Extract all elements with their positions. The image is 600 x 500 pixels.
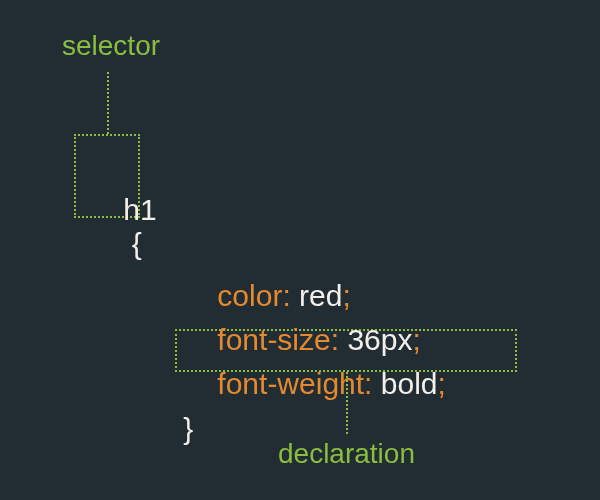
selector-label: selector (62, 30, 160, 62)
code-line-selector: h1 { (90, 159, 157, 295)
open-brace: { (132, 227, 142, 260)
close-brace: } (150, 378, 193, 480)
selector-token: h1 (123, 193, 156, 226)
selector-connector (107, 72, 109, 134)
code-decl-3: font-weight: bold; (184, 333, 446, 435)
declaration-label: declaration (278, 438, 415, 470)
css-anatomy-diagram: selector declaration h1 { color: red; fo… (0, 0, 600, 500)
